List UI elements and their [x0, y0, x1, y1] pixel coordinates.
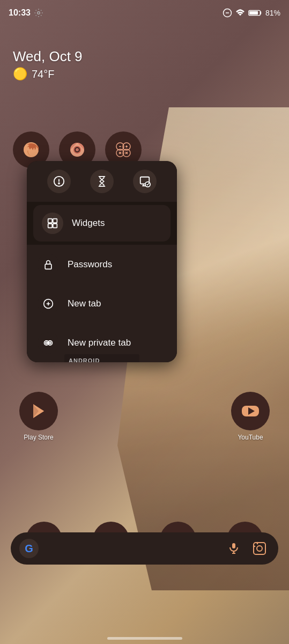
context-menu: ANDROID AUTHORITY Widgets Passwords — [27, 161, 177, 362]
svg-rect-57 — [232, 543, 235, 548]
widgets-label: Widgets — [72, 218, 105, 229]
svg-point-0 — [38, 12, 40, 14]
infinity-icon — [43, 338, 54, 348]
watermark: ANDROID AUTHORITY — [64, 354, 139, 362]
settings-status-icon — [34, 8, 43, 18]
svg-rect-35 — [45, 264, 51, 269]
date-widget: Wed, Oct 9 🟡 74°F — [13, 48, 83, 81]
play-store-app[interactable]: Play Store — [19, 392, 58, 441]
svg-rect-33 — [48, 224, 53, 228]
private-tab-icon-wrap — [38, 332, 59, 354]
screen-time-icon — [96, 175, 108, 187]
app-info-button[interactable] — [47, 170, 71, 193]
passwords-icon-wrap — [38, 254, 59, 275]
svg-rect-32 — [53, 219, 57, 223]
context-icons-row — [27, 161, 177, 202]
status-left: 10:33 — [9, 8, 43, 18]
battery-icon — [248, 9, 262, 17]
youtube-app[interactable]: YouTube — [231, 392, 270, 441]
chrome-logo — [67, 140, 87, 160]
svg-rect-4 — [249, 11, 258, 15]
youtube-logo — [240, 400, 261, 422]
svg-rect-31 — [48, 219, 53, 223]
svg-point-25 — [58, 183, 60, 184]
new-private-tab-label: New private tab — [68, 338, 131, 348]
app-info-icon — [53, 175, 65, 187]
weather-icon: 🟡 — [13, 67, 27, 81]
passwords-label: Passwords — [68, 259, 112, 270]
wifi-icon — [235, 8, 245, 18]
status-time: 10:33 — [9, 8, 31, 18]
lens-icon — [253, 541, 266, 555]
new-tab-menu-item[interactable]: New tab — [27, 284, 177, 323]
search-bar[interactable]: G — [11, 532, 278, 565]
passwords-menu-item[interactable]: Passwords — [27, 245, 177, 284]
google-letter: G — [25, 543, 33, 555]
lock-icon — [43, 259, 54, 270]
calculator-logo — [114, 140, 133, 159]
weather-row: 🟡 74°F — [13, 67, 83, 81]
voice-search-button[interactable] — [224, 538, 244, 559]
screen-time-button[interactable] — [90, 170, 114, 193]
watermark-text: ANDROID AUTHORITY — [69, 357, 108, 362]
svg-point-9 — [76, 148, 79, 151]
play-store-logo2 — [29, 401, 48, 421]
new-tab-icon-wrap — [38, 293, 59, 314]
svg-rect-34 — [53, 224, 57, 228]
status-bar: 10:33 81% — [0, 0, 289, 26]
mic-icon — [227, 542, 240, 555]
battery-percentage: 81% — [265, 9, 280, 17]
featured-apps: Play Store YouTube — [0, 392, 289, 441]
google-g-icon: G — [19, 539, 39, 558]
youtube-icon[interactable] — [231, 392, 270, 430]
screen-pin-button[interactable] — [133, 170, 157, 193]
svg-point-41 — [46, 342, 47, 343]
dnd-icon — [223, 8, 232, 18]
widgets-icon-wrap — [42, 213, 63, 234]
widgets-menu-item[interactable]: Widgets — [33, 205, 171, 241]
svg-point-61 — [257, 546, 262, 551]
screen-pin-icon — [139, 175, 151, 187]
status-right: 81% — [223, 8, 280, 18]
temperature-display: 74°F — [32, 68, 54, 80]
play-store-icon[interactable] — [19, 392, 58, 430]
widgets-icon — [47, 218, 58, 229]
plus-circle-icon — [43, 298, 54, 309]
lens-search-button[interactable] — [249, 538, 270, 559]
search-action-icons — [224, 538, 270, 559]
svg-point-42 — [49, 342, 51, 343]
svg-rect-60 — [254, 543, 265, 554]
play-store-label: Play Store — [24, 434, 53, 441]
home-indicator — [107, 637, 182, 640]
youtube-label: YouTube — [238, 434, 263, 441]
date-display: Wed, Oct 9 — [13, 48, 83, 65]
firefox-logo — [20, 139, 42, 160]
new-tab-label: New tab — [68, 298, 101, 309]
